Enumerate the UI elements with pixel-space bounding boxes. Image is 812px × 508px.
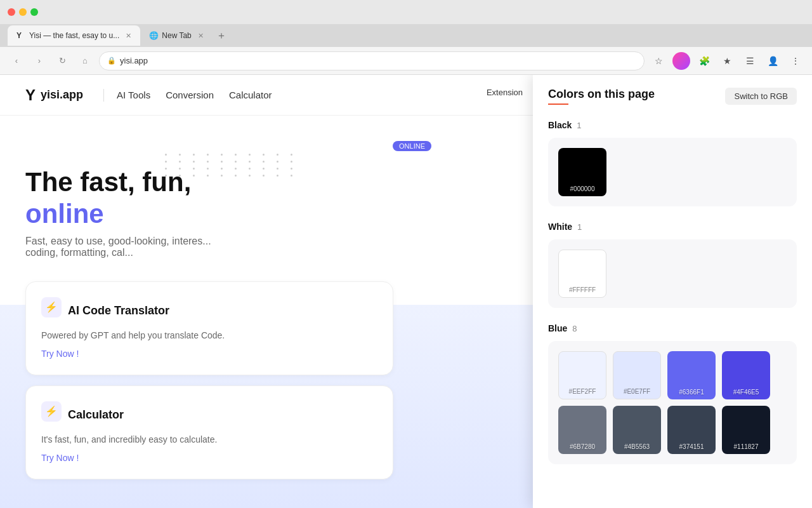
page-content: Y yisi.app AI Tools Conversion Calculato… (0, 75, 812, 508)
overlay-title-underline (548, 104, 568, 105)
tabs-bar: Y Yisi — the fast, esay to u... ✕ 🌐 New … (0, 24, 812, 47)
swatch-e0e7ff[interactable]: #E0E7FF (613, 351, 661, 399)
reload-button[interactable]: ↻ (53, 52, 71, 70)
minimize-button[interactable] (19, 8, 27, 16)
color-swatches-blue: #EEF2FF #E0E7FF #6366F1 #4F46E5 #6B7280 … (548, 341, 797, 464)
forward-button[interactable]: › (30, 52, 48, 70)
color-section-black-count: 1 (577, 121, 581, 130)
tab-favicon: Y (16, 31, 25, 40)
maximize-button[interactable] (30, 8, 38, 16)
tab-title: Yisi — the fast, esay to u... (29, 31, 119, 40)
swatch-6366f1[interactable]: #6366F1 (667, 351, 716, 399)
tab-newtab[interactable]: 🌐 New Tab ✕ (140, 25, 212, 46)
swatch-label-6366f1: #6366F1 (679, 389, 704, 396)
hero-subtitle: Fast, easy to use, good-looking, interes… (25, 236, 406, 258)
browser-chrome: Y Yisi — the fast, esay to u... ✕ 🌐 New … (0, 0, 812, 75)
overlay-header: Colors on this page Switch to RGB (533, 75, 812, 112)
swatch-label-6b7280: #6B7280 (570, 443, 595, 450)
overlay-title: Colors on this page (548, 88, 655, 101)
lock-icon: 🔒 (107, 57, 116, 65)
card-title-calc: ⚡ Calculator (41, 401, 377, 429)
hero-title: The fast, fun, online (25, 166, 431, 231)
site-logo[interactable]: Y yisi.app (25, 86, 83, 104)
colors-overlay: Colors on this page Switch to RGB Black … (533, 75, 812, 508)
tab-favicon-new: 🌐 (149, 31, 158, 40)
card-cta-ai[interactable]: Try Now ! (41, 349, 79, 359)
swatch-label-e0e7ff: #E0E7FF (624, 388, 650, 395)
favorites-icon[interactable]: ★ (718, 52, 736, 70)
card-title-ai: ⚡ AI Code Translator (41, 297, 377, 325)
nav-divider (103, 89, 104, 102)
profile-icon[interactable] (672, 52, 690, 70)
color-section-blue-count: 8 (572, 324, 577, 333)
color-section-blue-name: Blue (548, 323, 567, 333)
swatch-111827[interactable]: #111827 (722, 406, 770, 454)
tab-close-new-icon[interactable]: ✕ (198, 32, 204, 40)
swatch-000000[interactable]: #000000 (558, 148, 606, 196)
color-section-white-name: White (548, 222, 572, 232)
card-calculator: ⚡ Calculator It's fast, fun, and incredi… (25, 385, 393, 479)
color-section-black-header: Black 1 (548, 120, 797, 130)
swatch-ffffff[interactable]: #FFFFFF (558, 250, 606, 298)
traffic-lights (8, 8, 38, 16)
new-tab-button[interactable]: ＋ (216, 29, 226, 43)
swatch-label-ffffff: #FFFFFF (569, 286, 596, 293)
swatch-label-4f46e5: #4F46E5 (733, 389, 759, 396)
swatch-label-4b5563: #4B5563 (624, 443, 650, 450)
logo-text: yisi.app (41, 88, 83, 102)
menu-icon[interactable]: ⋮ (787, 52, 804, 70)
browser-toolbar: ‹ › ↻ ⌂ 🔒 yisi.app ☆ 🧩 ★ ☰ 👤 ⋮ (0, 47, 812, 75)
tab-title-new: New Tab (162, 31, 191, 40)
hero-title-accent: online (25, 199, 104, 229)
account-icon[interactable]: 👤 (764, 52, 782, 70)
swatch-eef2ff[interactable]: #EEF2FF (558, 351, 606, 399)
swatch-6b7280[interactable]: #6B7280 (558, 406, 606, 454)
extension-label: Extension (487, 88, 523, 97)
swatch-label-374151: #374151 (679, 443, 704, 450)
color-section-white-header: White 1 (548, 222, 797, 232)
color-swatches-white: #FFFFFF (548, 239, 797, 308)
card-icon-ai: ⚡ (41, 297, 62, 318)
address-bar[interactable]: 🔒 yisi.app (99, 51, 645, 70)
card-desc-calc: It's fast, fun, and incredibly easy to c… (41, 434, 377, 444)
back-button[interactable]: ‹ (8, 52, 25, 70)
card-cta-calc[interactable]: Try Now ! (41, 453, 79, 463)
color-section-blue-header: Blue 8 (548, 323, 797, 333)
swatch-label-000000: #000000 (570, 185, 595, 192)
card-ai-code-translator: ⚡ AI Code Translator Powered by GPT and … (25, 281, 393, 375)
swatch-label-eef2ff: #EEF2FF (569, 388, 596, 395)
reading-list-icon[interactable]: ☰ (741, 52, 759, 70)
swatch-4f46e5[interactable]: #4F46E5 (722, 351, 770, 399)
color-section-black: Black 1 #000000 (533, 112, 812, 214)
nav-conversion[interactable]: Conversion (166, 90, 214, 100)
swatch-4b5563[interactable]: #4B5563 (613, 406, 661, 454)
nav-links: AI Tools Conversion Calculator (117, 90, 272, 100)
close-button[interactable] (8, 8, 15, 16)
color-section-blue: Blue 8 #EEF2FF #E0E7FF #6366F1 #4F46E5 #… (533, 316, 812, 472)
extension-bar: Extension (476, 75, 533, 110)
color-section-white: White 1 #FFFFFF (533, 214, 812, 316)
logo-y-icon: Y (25, 86, 36, 104)
extension-puzzle-icon[interactable]: 🧩 (695, 52, 713, 70)
color-swatches-black: #000000 (548, 138, 797, 206)
address-url: yisi.app (120, 56, 636, 65)
tab-yisi[interactable]: Y Yisi — the fast, esay to u... ✕ (8, 25, 140, 46)
online-badge: ONLINE (393, 141, 431, 151)
nav-calculator[interactable]: Calculator (229, 90, 272, 100)
swatch-374151[interactable]: #374151 (667, 406, 716, 454)
toolbar-actions: ☆ 🧩 ★ ☰ 👤 ⋮ (650, 52, 804, 70)
color-section-black-name: Black (548, 120, 572, 130)
swatch-label-111827: #111827 (734, 443, 759, 450)
color-section-white-count: 1 (577, 222, 582, 232)
home-button[interactable]: ⌂ (76, 52, 94, 70)
bookmark-icon[interactable]: ☆ (650, 52, 667, 70)
tab-close-icon[interactable]: ✕ (126, 32, 131, 40)
card-desc-ai: Powered by GPT and help you translate Co… (41, 330, 377, 340)
card-icon-calc: ⚡ (41, 401, 62, 422)
switch-to-rgb-button[interactable]: Switch to RGB (725, 88, 797, 105)
nav-ai-tools[interactable]: AI Tools (117, 90, 150, 100)
title-bar (0, 0, 812, 24)
